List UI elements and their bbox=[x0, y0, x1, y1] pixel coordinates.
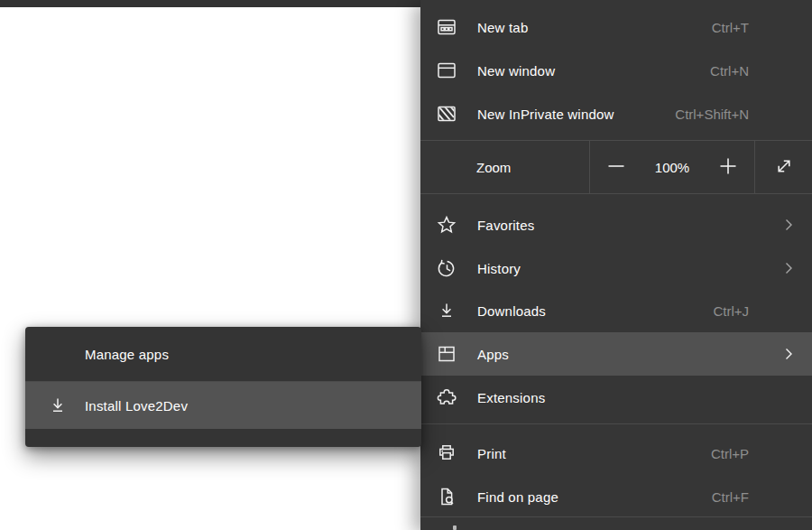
find-on-page-icon bbox=[436, 486, 457, 507]
menu-separator bbox=[420, 423, 812, 424]
chevron-right-icon bbox=[781, 261, 796, 275]
menu-item-label: Print bbox=[477, 446, 506, 461]
download-icon bbox=[436, 300, 457, 321]
menu-item-label: New InPrivate window bbox=[477, 107, 614, 122]
menu-item-shortcut: Ctrl+J bbox=[713, 303, 749, 319]
menu-item-history[interactable]: History bbox=[420, 246, 812, 290]
menu-item-downloads[interactable]: Downloads Ctrl+J bbox=[420, 289, 812, 332]
download-icon bbox=[47, 395, 69, 416]
chevron-right-icon bbox=[781, 218, 796, 232]
menu-item-apps[interactable]: Apps bbox=[420, 332, 812, 376]
menu-item-find-on-page[interactable]: Find on page Ctrl+F bbox=[420, 475, 812, 518]
zoom-row: Zoom 100% bbox=[420, 140, 812, 194]
menu-item-shortcut: Ctrl+T bbox=[712, 20, 749, 35]
zoom-in-button[interactable] bbox=[715, 153, 742, 181]
partial-menu-item-icon bbox=[453, 525, 457, 530]
printer-icon bbox=[436, 442, 457, 464]
menu-item-extensions[interactable]: Extensions bbox=[420, 376, 812, 419]
browser-settings-menu: New tab Ctrl+T New window Ctrl+N New InP… bbox=[420, 0, 812, 530]
zoom-value: 100% bbox=[655, 160, 689, 175]
minus-icon bbox=[606, 156, 626, 179]
inprivate-window-icon bbox=[436, 103, 457, 125]
new-tab-icon bbox=[436, 16, 457, 38]
menu-item-label: History bbox=[477, 261, 521, 276]
new-window-icon bbox=[436, 60, 457, 81]
submenu-item-label: Install Love2Dev bbox=[85, 398, 188, 414]
chevron-right-icon bbox=[781, 347, 796, 361]
zoom-label: Zoom bbox=[476, 160, 511, 175]
menu-item-favorites[interactable]: Favorites bbox=[420, 203, 812, 246]
menu-item-new-tab[interactable]: New tab Ctrl+T bbox=[420, 5, 812, 49]
history-icon bbox=[436, 257, 457, 279]
submenu-item-manage-apps[interactable]: Manage apps bbox=[25, 327, 421, 381]
apps-icon bbox=[436, 343, 457, 365]
menu-item-label: Downloads bbox=[477, 303, 546, 319]
menu-item-print[interactable]: Print Ctrl+P bbox=[420, 432, 812, 475]
zoom-out-button[interactable] bbox=[603, 153, 630, 181]
menu-separator bbox=[420, 516, 812, 517]
menu-item-label: Find on page bbox=[477, 489, 558, 505]
menu-item-shortcut: Ctrl+P bbox=[711, 446, 749, 461]
menu-item-shortcut: Ctrl+F bbox=[712, 489, 749, 505]
fullscreen-button[interactable] bbox=[755, 141, 812, 193]
apps-flyout-submenu: Manage apps Install Love2Dev bbox=[25, 327, 421, 447]
menu-item-label: Apps bbox=[477, 347, 509, 362]
menu-item-shortcut: Ctrl+Shift+N bbox=[675, 107, 749, 122]
extensions-puzzle-icon bbox=[436, 386, 457, 408]
menu-item-shortcut: Ctrl+N bbox=[710, 63, 749, 79]
plus-icon bbox=[718, 156, 738, 179]
submenu-item-label: Manage apps bbox=[85, 347, 169, 362]
menu-item-new-window[interactable]: New window Ctrl+N bbox=[420, 49, 812, 92]
menu-item-label: Extensions bbox=[477, 390, 545, 405]
menu-item-label: New tab bbox=[477, 20, 528, 35]
menu-item-label: Favorites bbox=[477, 218, 535, 233]
star-icon bbox=[436, 214, 457, 236]
menu-item-label: New window bbox=[477, 63, 555, 79]
fullscreen-diagonal-arrows-icon bbox=[773, 155, 795, 180]
submenu-item-install-love2dev[interactable]: Install Love2Dev bbox=[25, 382, 421, 429]
menu-item-new-inprivate-window[interactable]: New InPrivate window Ctrl+Shift+N bbox=[420, 92, 812, 135]
